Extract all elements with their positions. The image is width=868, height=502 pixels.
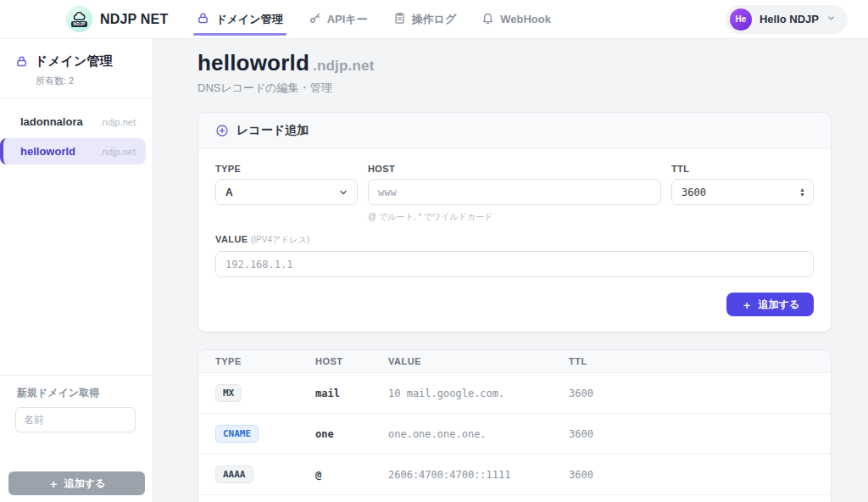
topbar: NDJP NDJP NET ドメイン管理 APIキー 操作ログ W <box>0 0 868 39</box>
nav-item-domain-management[interactable]: ドメイン管理 <box>197 0 282 38</box>
table-row: MXmail10 mail.google.com.3600 <box>198 373 831 414</box>
brand-name: NDJP NET <box>100 12 168 27</box>
nav-item-operation-log[interactable]: 操作ログ <box>393 0 457 38</box>
page-title-domain: helloworld <box>198 50 309 75</box>
record-type-badge: AAAA <box>215 466 253 483</box>
record-host: mail <box>315 388 388 399</box>
record-value: one.one.one.one. <box>388 428 569 440</box>
domain-list: ladonnalora .ndjp.net helloworld .ndjp.n… <box>0 98 153 178</box>
domain-suffix: .ndjp.net <box>100 117 136 127</box>
add-record-title: レコード追加 <box>236 123 309 138</box>
table-header-row: TYPE HOST VALUE TTL <box>198 350 831 373</box>
col-header-type: TYPE <box>215 356 315 366</box>
col-header-value: VALUE <box>388 356 569 366</box>
col-header-ttl: TTL <box>569 356 814 366</box>
page-subtitle: DNSレコードの編集・管理 <box>198 81 832 96</box>
record-type-badge: MX <box>215 384 242 402</box>
table-row: CNAMEoneone.one.one.one.3600 <box>198 414 831 455</box>
add-record-button-label: 追加する <box>758 298 799 312</box>
ndjp-logo-icon: NDJP <box>66 6 92 32</box>
add-record-button[interactable]: ＋ 追加する <box>726 293 814 316</box>
cloud-icon <box>73 12 86 21</box>
records-table: TYPE HOST VALUE TTL MXmail10 mail.google… <box>198 349 832 502</box>
record-ttl: 3600 <box>569 428 814 440</box>
new-domain-label: 新規ドメイン取得 <box>17 386 153 400</box>
key-icon <box>309 12 321 27</box>
add-record-card: レコード追加 TYPE A HOST <box>198 112 832 332</box>
plus-icon: ＋ <box>741 299 752 310</box>
ttl-label: TTL <box>671 164 814 174</box>
nav-item-api-key[interactable]: APIキー <box>309 0 368 38</box>
type-select[interactable]: A <box>215 179 358 205</box>
main-content: helloworld.ndjp.net DNSレコードの編集・管理 レコード追加… <box>153 39 868 502</box>
logo-text: NDJP <box>71 21 87 27</box>
host-label: HOST <box>368 164 661 174</box>
sidebar-item-helloworld[interactable]: helloworld .ndjp.net <box>0 138 146 165</box>
record-type-badge: CNAME <box>215 425 259 443</box>
sidebar: ドメイン管理 所有数: 2 ladonnalora .ndjp.net hell… <box>0 39 153 502</box>
new-domain-section: 新規ドメイン取得 ＋ 追加する <box>0 375 153 502</box>
ttl-input[interactable] <box>682 187 804 198</box>
bell-icon <box>481 12 494 27</box>
clipboard-icon <box>393 12 406 27</box>
nav-label: ドメイン管理 <box>215 12 282 27</box>
record-ttl: 3600 <box>569 388 814 399</box>
new-domain-input[interactable] <box>15 407 136 432</box>
avatar: He <box>730 8 752 31</box>
chevron-down-icon <box>338 187 348 198</box>
type-label: TYPE <box>215 164 358 174</box>
value-label-note: (IPV4アドレス) <box>251 235 309 244</box>
domain-name: helloworld <box>20 145 75 158</box>
domain-name: ladonnalora <box>20 115 83 128</box>
table-row: AAAA@2606:4700:4700::11113600 <box>198 455 831 495</box>
domain-suffix: .ndjp.net <box>100 147 136 157</box>
plus-circle-icon <box>215 124 229 137</box>
sidebar-title-label: ドメイン管理 <box>35 53 112 70</box>
lock-icon <box>197 12 209 27</box>
page-title: helloworld.ndjp.net <box>198 50 832 76</box>
new-domain-add-label: 追加する <box>64 477 106 491</box>
nav-label: WebHook <box>500 13 551 25</box>
record-ttl: 3600 <box>569 469 814 481</box>
sidebar-item-ladonnalora[interactable]: ladonnalora .ndjp.net <box>0 109 146 135</box>
host-input[interactable] <box>378 187 651 198</box>
new-domain-add-button[interactable]: ＋ 追加する <box>8 471 145 495</box>
value-input[interactable] <box>225 259 804 271</box>
user-name: Hello NDJP <box>760 13 819 25</box>
host-hint: @ でルート, * でワイルドカード <box>368 211 661 223</box>
col-header-host: HOST <box>315 356 388 366</box>
records-table-body: MXmail10 mail.google.com.3600CNAMEoneone… <box>198 373 831 502</box>
user-menu-button[interactable]: He Hello NDJP <box>726 5 848 34</box>
main-nav: ドメイン管理 APIキー 操作ログ WebHook <box>197 0 551 38</box>
record-value: 10 mail.google.com. <box>388 388 569 399</box>
sidebar-title: ドメイン管理 <box>15 53 137 70</box>
type-select-value: A <box>225 187 233 198</box>
table-row: A@1.1.1.13600 <box>198 495 831 502</box>
nav-item-webhook[interactable]: WebHook <box>481 0 551 38</box>
lock-icon <box>15 55 28 68</box>
page-title-suffix: .ndjp.net <box>313 58 375 74</box>
brand: NDJP NDJP NET <box>66 6 168 32</box>
record-host: @ <box>315 469 388 481</box>
value-label-text: VALUE <box>215 234 248 244</box>
record-host: one <box>315 428 388 440</box>
record-value: 2606:4700:4700::1111 <box>388 469 569 481</box>
nav-label: APIキー <box>327 12 368 27</box>
owned-count: 所有数: 2 <box>36 75 137 87</box>
chevron-down-icon <box>826 13 836 25</box>
plus-icon: ＋ <box>48 478 59 489</box>
value-label: VALUE (IPV4アドレス) <box>215 234 814 246</box>
nav-label: 操作ログ <box>412 12 457 27</box>
ttl-stepper[interactable]: ▲▼ <box>799 187 805 198</box>
add-record-header: レコード追加 <box>198 113 831 149</box>
